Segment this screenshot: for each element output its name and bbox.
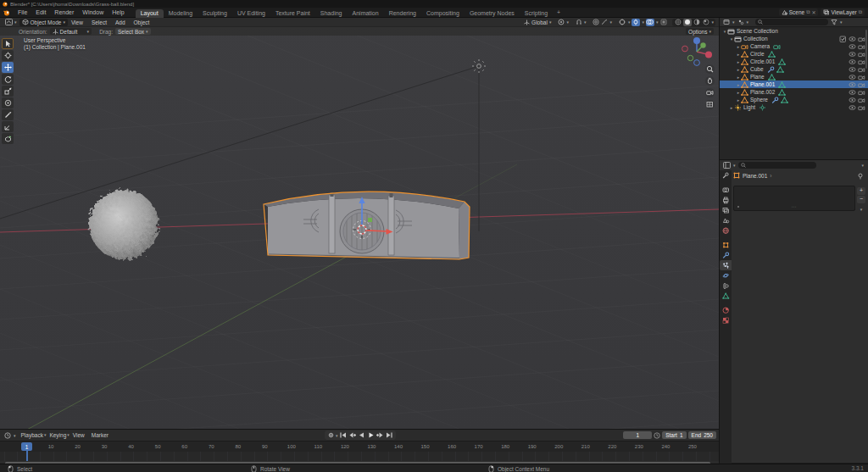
timeline-track[interactable] <box>0 452 719 461</box>
eye-icon[interactable] <box>849 89 856 96</box>
viewlayer-selector[interactable]: ViewLayer ⧉ <box>821 8 865 16</box>
blender-menu-icon[interactable] <box>0 9 14 16</box>
breadcrumb-object-name[interactable]: Plane.001 <box>743 173 767 179</box>
shading-wireframe-button[interactable] <box>674 19 682 26</box>
menu-edit[interactable]: Edit <box>31 8 50 17</box>
properties-search-input[interactable] <box>738 162 816 169</box>
start-frame-field[interactable]: Start1 <box>662 431 686 439</box>
gizmo-y-handle[interactable] <box>368 218 372 222</box>
eye-icon[interactable] <box>849 51 856 58</box>
shading-solid-button[interactable] <box>683 19 692 26</box>
eye-icon[interactable] <box>849 36 856 42</box>
properties-tab-render[interactable] <box>720 185 732 195</box>
outliner-display-mode-dropdown[interactable] <box>722 19 731 26</box>
add-particle-system-button[interactable]: + <box>857 187 865 195</box>
next-keyframe-button[interactable] <box>376 431 385 439</box>
properties-tab-tool[interactable] <box>720 170 732 180</box>
timeline-menu-view[interactable]: View <box>70 432 88 438</box>
tool-rotate[interactable] <box>2 74 14 85</box>
outliner-row-circle-001[interactable]: ▸Circle.001 <box>720 58 868 65</box>
outliner-row-plane[interactable]: ▸Plane <box>720 73 868 81</box>
workspace-tab-animation[interactable]: Animation <box>348 9 384 18</box>
options-dropdown[interactable]: Options ▾ <box>686 28 714 35</box>
play-button[interactable] <box>367 431 376 439</box>
eye-icon[interactable] <box>849 97 856 103</box>
eye-icon[interactable] <box>849 43 856 50</box>
tool-select-box[interactable] <box>2 38 14 49</box>
transform-orientation-dropdown[interactable]: Global ▾ <box>521 19 554 26</box>
properties-editor-type-button[interactable] <box>722 162 731 169</box>
new-scene-button[interactable]: ⧉ <box>806 9 810 15</box>
tool-transform[interactable] <box>2 97 14 108</box>
properties-tab-world[interactable] <box>720 225 732 236</box>
render-camera-icon[interactable] <box>858 81 865 88</box>
properties-tab-material[interactable] <box>720 305 732 315</box>
properties-tab-modifiers[interactable] <box>720 250 732 260</box>
viewport-menu-object[interactable]: Object <box>131 19 153 25</box>
outliner-scrollbar[interactable] <box>865 30 867 69</box>
outliner-row-cube[interactable]: ▸Cube <box>720 65 868 73</box>
gizmo-x-arrow[interactable] <box>367 230 387 231</box>
show-gizmo-dropdown[interactable] <box>618 19 626 26</box>
properties-tab-data[interactable] <box>720 291 732 301</box>
render-camera-icon[interactable] <box>858 89 865 96</box>
outliner-filter-dropdown[interactable] <box>737 19 745 26</box>
playhead-line[interactable] <box>26 449 28 461</box>
outliner-row-scene-collection[interactable]: ▾Scene Collection <box>720 27 868 35</box>
pin-icon[interactable] <box>857 173 864 180</box>
proportional-editing-toggle[interactable]: ▾ <box>590 19 615 26</box>
outliner-row-light[interactable]: ▸Light <box>720 103 868 111</box>
current-frame-field[interactable]: 1 <box>623 431 652 439</box>
tool-annotate[interactable] <box>2 109 14 120</box>
shading-rendered-button[interactable] <box>702 19 710 26</box>
properties-tab-scene[interactable] <box>720 215 732 225</box>
jump-end-button[interactable] <box>386 431 394 439</box>
workspace-tab-shading[interactable]: Shading <box>315 9 348 18</box>
workspace-tab-uv-editing[interactable]: UV Editing <box>232 9 270 18</box>
drag-mode-dropdown[interactable]: Select Box ▾ <box>115 28 151 35</box>
new-viewlayer-button[interactable]: ⧉ <box>859 9 862 15</box>
workspace-tab-sculpting[interactable]: Sculpting <box>198 9 232 18</box>
outliner-row-circle[interactable]: ▸Circle <box>720 50 868 58</box>
eye-icon[interactable] <box>849 104 856 111</box>
properties-tab-constraints[interactable] <box>720 280 732 291</box>
outliner-row-camera[interactable]: ▸Camera <box>720 42 868 50</box>
outliner-row-plane-002[interactable]: ▸Plane.002 <box>720 88 868 96</box>
eye-icon[interactable] <box>849 74 856 81</box>
scene-canvas[interactable] <box>0 18 719 429</box>
timeline-editor-type-button[interactable] <box>3 431 12 439</box>
render-camera-icon[interactable] <box>858 58 865 65</box>
unlink-scene-button[interactable]: ✕ <box>811 9 815 15</box>
remove-particle-system-button[interactable]: − <box>857 196 865 203</box>
timeline-menu-keying[interactable]: Keying <box>46 432 70 438</box>
workspace-tab-layout[interactable]: Layout <box>136 9 164 18</box>
mode-dropdown[interactable]: Object Mode ▾ <box>19 19 68 26</box>
list-resize-grip[interactable]: ⋯ <box>792 203 798 209</box>
particle-system-list[interactable]: ⋯ <box>733 186 855 211</box>
shading-material-button[interactable] <box>693 19 701 26</box>
eye-icon[interactable] <box>849 66 856 73</box>
nav-zoom-button[interactable] <box>705 64 715 74</box>
end-frame-field[interactable]: End250 <box>688 431 716 439</box>
tool-cursor[interactable] <box>2 50 14 61</box>
menu-render[interactable]: Render <box>50 8 78 17</box>
nav-pan-button[interactable] <box>705 76 715 86</box>
timeline-ruler[interactable]: 1020304050607080901001101201301401501601… <box>0 441 719 452</box>
outliner-row-collection[interactable]: ▾Collection <box>720 35 868 42</box>
properties-tab-output[interactable] <box>720 195 732 205</box>
scene-selector[interactable]: Scene ⧉ ✕ <box>779 8 819 16</box>
grass-ball-object[interactable] <box>89 190 159 259</box>
menu-file[interactable]: File <box>14 8 31 17</box>
xray-toggle[interactable] <box>659 19 668 26</box>
render-camera-icon[interactable] <box>858 43 865 50</box>
overlays-toggle[interactable] <box>646 19 654 26</box>
outliner-search-input[interactable] <box>755 19 828 25</box>
workspace-tab-compositing[interactable]: Compositing <box>421 9 465 18</box>
outliner-restriction-filter[interactable] <box>830 19 838 26</box>
viewport-menu-view[interactable]: View <box>68 19 86 25</box>
workspace-tab-scripting[interactable]: Scripting <box>520 9 553 18</box>
tool-add-cube[interactable] <box>2 133 14 144</box>
auto-key-button[interactable] <box>326 431 335 439</box>
render-camera-icon[interactable] <box>858 51 865 58</box>
workspace-tab-geometry-nodes[interactable]: Geometry Nodes <box>465 9 520 18</box>
